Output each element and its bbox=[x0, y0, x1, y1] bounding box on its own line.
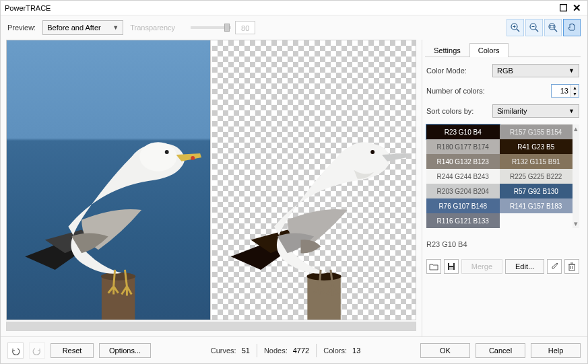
svg-rect-16 bbox=[307, 277, 340, 320]
preview-mode-dropdown[interactable]: Before and After ▼ bbox=[42, 20, 123, 35]
edit-button[interactable]: Edit... bbox=[505, 259, 544, 274]
svg-point-13 bbox=[139, 142, 176, 171]
color-swatch[interactable]: R132 G115 B91 bbox=[500, 154, 573, 169]
colors-value: 13 bbox=[352, 347, 360, 355]
color-swatch[interactable]: R23 G10 B4 bbox=[426, 124, 500, 139]
delete-button[interactable] bbox=[564, 259, 579, 274]
svg-line-6 bbox=[535, 29, 538, 32]
zoom-out-button[interactable] bbox=[525, 19, 543, 36]
svg-point-18 bbox=[345, 142, 382, 171]
svg-point-15 bbox=[191, 156, 195, 160]
transparency-slider bbox=[191, 26, 231, 29]
eyedropper-button[interactable] bbox=[547, 259, 562, 274]
color-mode-value: RGB bbox=[497, 67, 513, 75]
bird-before bbox=[7, 40, 210, 320]
merge-button: Merge bbox=[461, 259, 502, 274]
svg-rect-11 bbox=[102, 277, 135, 320]
app-title: PowerTRACE bbox=[5, 4, 51, 12]
zoom-in-button[interactable] bbox=[507, 19, 524, 36]
preview-mode-value: Before and After bbox=[47, 24, 101, 32]
tab-colors-body: Color Mode: RGB ▼ Number of colors: ▲ ▼ … bbox=[425, 57, 581, 281]
color-swatch[interactable]: R225 G225 B222 bbox=[500, 169, 573, 184]
color-mode-label: Color Mode: bbox=[426, 67, 492, 75]
selected-color-label: R23 G10 B4 bbox=[426, 240, 579, 248]
pan-button[interactable] bbox=[563, 19, 581, 36]
sort-label: Sort colors by: bbox=[426, 107, 492, 115]
svg-rect-22 bbox=[449, 267, 453, 270]
color-swatch[interactable]: R203 G204 B204 bbox=[426, 184, 500, 198]
preview-after[interactable] bbox=[212, 40, 416, 320]
curves-value: 51 bbox=[242, 347, 250, 355]
top-toolbar: Preview: Before and After ▼ Transparency… bbox=[1, 15, 587, 40]
svg-rect-10 bbox=[550, 26, 554, 28]
swatch-scrollbar[interactable]: ▴▾ bbox=[573, 124, 579, 228]
svg-line-9 bbox=[554, 29, 557, 32]
nodes-value: 4772 bbox=[293, 347, 309, 355]
reset-button[interactable]: Reset bbox=[51, 343, 94, 358]
color-swatch[interactable]: R180 G177 B174 bbox=[426, 139, 500, 154]
ok-button[interactable]: OK bbox=[420, 343, 470, 358]
color-actions: Merge Edit... bbox=[426, 259, 579, 274]
chevron-down-icon: ▼ bbox=[112, 24, 119, 31]
svg-line-2 bbox=[517, 29, 519, 32]
maximize-icon[interactable] bbox=[556, 1, 570, 15]
tab-settings[interactable]: Settings bbox=[425, 43, 469, 57]
colors-label: Colors: bbox=[323, 347, 347, 355]
side-tabs: Settings Colors bbox=[425, 42, 581, 57]
color-swatch[interactable]: R157 G155 B154 bbox=[500, 124, 573, 139]
color-swatch[interactable]: R116 G121 B133 bbox=[426, 213, 500, 228]
save-palette-button[interactable] bbox=[444, 259, 459, 274]
transparency-label: Transparency bbox=[130, 24, 184, 32]
sort-dropdown[interactable]: Similarity ▼ bbox=[492, 104, 579, 118]
cancel-button[interactable]: Cancel bbox=[476, 343, 525, 358]
color-mode-dropdown[interactable]: RGB ▼ bbox=[492, 64, 579, 77]
redo-button[interactable] bbox=[29, 342, 45, 359]
side-panel: Settings Colors Color Mode: RGB ▼ Number… bbox=[422, 40, 587, 336]
preview-scrollbar-h[interactable] bbox=[6, 322, 416, 331]
footer: Reset Options... Curves: 51 Nodes: 4772 … bbox=[1, 336, 587, 363]
titlebar: PowerTRACE ✕ bbox=[1, 1, 587, 15]
preview-before[interactable] bbox=[7, 40, 211, 320]
num-colors-label: Number of colors: bbox=[426, 87, 551, 95]
options-button[interactable]: Options... bbox=[99, 343, 151, 358]
spin-down-icon[interactable]: ▼ bbox=[570, 91, 579, 97]
color-swatch[interactable]: R141 G157 B183 bbox=[500, 198, 573, 213]
slider-thumb bbox=[224, 24, 230, 32]
transparency-value: 80 bbox=[235, 21, 255, 34]
bird-after bbox=[212, 40, 416, 320]
help-button[interactable]: Help bbox=[531, 343, 581, 358]
svg-point-19 bbox=[370, 150, 374, 154]
curves-label: Curves: bbox=[211, 347, 236, 355]
chevron-down-icon: ▼ bbox=[568, 67, 575, 74]
close-icon[interactable]: ✕ bbox=[570, 1, 583, 15]
undo-button[interactable] bbox=[7, 342, 24, 359]
chevron-down-icon: ▼ bbox=[568, 108, 575, 114]
zoom-tools bbox=[507, 19, 581, 36]
color-swatch[interactable]: R244 G244 B243 bbox=[426, 169, 500, 184]
svg-point-14 bbox=[165, 150, 169, 154]
color-swatch[interactable]: R76 G107 B148 bbox=[426, 198, 500, 213]
svg-point-8 bbox=[549, 24, 555, 30]
color-swatch[interactable]: R140 G132 B123 bbox=[426, 154, 500, 169]
svg-rect-21 bbox=[449, 263, 453, 266]
zoom-fit-button[interactable] bbox=[544, 19, 562, 36]
color-swatch[interactable]: R57 G92 B130 bbox=[500, 184, 573, 198]
preview-split bbox=[6, 40, 416, 320]
svg-rect-23 bbox=[569, 264, 575, 270]
scroll-thumb[interactable] bbox=[7, 322, 416, 330]
nodes-label: Nodes: bbox=[264, 347, 288, 355]
svg-rect-0 bbox=[560, 5, 566, 11]
sort-value: Similarity bbox=[497, 107, 527, 115]
color-swatch-list: R23 G10 B4R157 G155 B154R180 G177 B174R4… bbox=[426, 124, 579, 228]
color-swatch[interactable]: R41 G23 B5 bbox=[500, 139, 573, 154]
preview-label: Preview: bbox=[7, 24, 36, 32]
num-colors-input[interactable] bbox=[552, 85, 570, 97]
svg-point-12 bbox=[101, 272, 135, 281]
svg-point-17 bbox=[306, 272, 341, 281]
preview-area bbox=[1, 40, 422, 336]
tab-colors[interactable]: Colors bbox=[469, 43, 509, 57]
num-colors-spinner[interactable]: ▲ ▼ bbox=[551, 84, 579, 98]
spin-up-icon[interactable]: ▲ bbox=[570, 85, 579, 91]
main-area: Settings Colors Color Mode: RGB ▼ Number… bbox=[1, 40, 587, 336]
open-palette-button[interactable] bbox=[426, 259, 441, 274]
